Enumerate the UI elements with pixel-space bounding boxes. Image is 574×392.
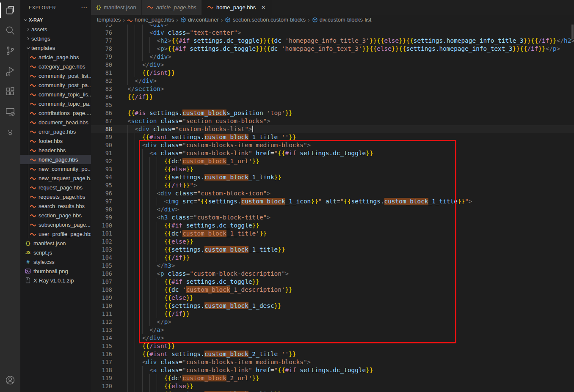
code-line[interactable]: 92 {{dc'custom_block_1_url'}} [91,157,574,165]
line-number[interactable]: 79 [91,53,112,61]
code-line[interactable]: 79 </div> [91,53,574,61]
code-line[interactable]: 118 <a class="custom-block-link" href="{… [91,366,574,374]
breadcrumb-item-section.section.custom-blocks[interactable]: section.section.custom-blocks [225,16,306,23]
line-number[interactable]: 91 [91,149,112,157]
code-line[interactable]: 101 {{dc'custom_block_1_title'}} [91,230,574,238]
sidebar-item-community-topic-pa...[interactable]: community_topic_pa... [20,99,91,108]
code-line[interactable]: 84{{/if}} [91,93,574,101]
code-line[interactable]: 89 {{#isnt settings.custom_block_1_title… [91,133,574,141]
code-line[interactable]: 78 <p>{{#if settings.dc_toggle}}{{dc 'ho… [91,45,574,53]
sidebar-item-article-page.hbs[interactable]: article_page.hbs [20,52,91,62]
search-icon[interactable] [0,20,20,41]
code-line[interactable]: 99 <h3 class="custom-block-title"> [91,214,574,222]
extensions-icon[interactable] [0,81,20,101]
line-number[interactable]: 76 [91,29,112,37]
code-line[interactable]: 75 <div> [91,25,574,29]
line-number[interactable]: 103 [91,246,112,254]
line-number[interactable]: 78 [91,45,112,53]
code-line[interactable]: 100 {{#if settings.dc_toggle}} [91,222,574,230]
more-actions-icon[interactable]: ⋯ [81,4,88,11]
code-line[interactable]: 80 </div> [91,61,574,69]
code-line[interactable]: 96 <div class="custom-block-icon"> [91,189,574,197]
line-number[interactable]: 92 [91,157,112,165]
code-line[interactable]: 112 </p> [91,318,574,326]
code-line[interactable]: 98 </div> [91,206,574,214]
line-number[interactable]: 90 [91,141,112,149]
code-line[interactable]: 120 {{else}} [91,382,574,390]
line-number[interactable]: 120 [91,382,112,390]
code-line[interactable]: 93 {{else}} [91,165,574,173]
editor-scrollbar[interactable] [571,25,574,39]
line-number[interactable]: 112 [91,318,112,326]
breadcrumb-item-templates[interactable]: templates [97,16,121,23]
sidebar-item-request-page.hbs[interactable]: request_page.hbs [20,183,91,192]
sidebar-item-contributions-page....[interactable]: contributions_page.... [20,108,91,118]
code-editor[interactable]: 75 <div>76 <div class="text-center">77 <… [91,25,574,392]
remote-explorer-icon[interactable] [0,101,20,122]
code-line[interactable]: 87<section class="section custom-blocks"… [91,117,574,125]
code-line[interactable]: 108 {{dc 'custom_block_1_description'}} [91,286,574,294]
code-line[interactable]: 95 {{/if}}"> [91,181,574,189]
code-line[interactable]: 105 </h3> [91,262,574,270]
line-number[interactable]: 117 [91,358,112,366]
code-line[interactable]: 107 {{#if settings.dc_toggle}} [91,278,574,286]
line-number[interactable]: 100 [91,222,112,230]
line-number[interactable]: 88 [91,125,112,133]
sidebar-item-thumbnail.png[interactable]: thumbnail.png [20,266,91,276]
line-number[interactable]: 83 [91,85,112,93]
sidebar-item-templates[interactable]: templates [20,43,91,52]
line-number[interactable]: 89 [91,133,112,141]
sidebar-item-category-page.hbs[interactable]: category_page.hbs [20,62,91,71]
line-number[interactable]: 96 [91,189,112,197]
code-line[interactable]: 97 <img src="{{settings.custom_block_1_i… [91,197,574,206]
sidebar-item-x-ray-v1.0.1.zip[interactable]: X-Ray v1.0.1.zip [20,276,91,285]
line-number[interactable]: 101 [91,230,112,238]
line-number[interactable]: 102 [91,238,112,246]
sidebar-item-header.hbs[interactable]: header.hbs [20,145,91,155]
sidebar-item-community-topic-lis...[interactable]: community_topic_lis... [20,90,91,99]
code-line[interactable]: 77 <h2>{{#if settings.dc_toggle}}{{dc 'h… [91,37,574,45]
code-line[interactable]: 119 {{dc'custom_block_2_url'}} [91,374,574,382]
line-number[interactable]: 110 [91,302,112,310]
line-number[interactable]: 75 [91,25,112,29]
tab-article_page.hbs[interactable]: article_page.hbs [142,0,202,15]
close-icon[interactable]: ✕ [260,4,267,11]
code-line[interactable]: 81 {{/isnt}} [91,69,574,77]
line-number[interactable]: 86 [91,109,112,117]
sidebar-item-search-results.hbs[interactable]: search_results.hbs [20,201,91,211]
line-number[interactable]: 114 [91,334,112,342]
sidebar-item-error-page.hbs[interactable]: error_page.hbs [20,127,91,136]
line-number[interactable]: 77 [91,37,112,45]
code-line[interactable]: 86{{#is settings.custom_blocks_position … [91,109,574,117]
code-line[interactable]: 82 </div> [91,77,574,85]
sidebar-item-footer.hbs[interactable]: footer.hbs [20,136,91,145]
sidebar-item-new-request-page.h...[interactable]: new_request_page.h... [20,173,91,183]
code-line[interactable]: 76 <div class="text-center"> [91,29,574,37]
explorer-icon[interactable] [0,0,20,20]
code-line[interactable]: 121 {{settings.custom_block_2_link}} [91,390,574,392]
line-number[interactable]: 85 [91,101,112,109]
code-line[interactable]: 94 {{settings.custom_block_1_link}} [91,173,574,181]
code-line[interactable]: 116 {{#isnt settings.custom_block_2_titl… [91,350,574,358]
sidebar-item-script.js[interactable]: JSscript.js [20,248,91,257]
line-number[interactable]: 81 [91,69,112,77]
code-line[interactable]: 91 <a class="custom-block-link" href="{{… [91,149,574,157]
sidebar-item-subscriptions-page....[interactable]: subscriptions_page.... [20,220,91,229]
line-number[interactable]: 119 [91,374,112,382]
code-line[interactable]: 104 {{/if}} [91,254,574,262]
code-line[interactable]: 113 </a> [91,326,574,334]
line-number[interactable]: 87 [91,117,112,125]
line-number[interactable]: 95 [91,181,112,189]
run-and-debug-icon[interactable] [0,61,20,81]
line-number[interactable]: 94 [91,173,112,181]
source-control-icon[interactable] [0,41,20,61]
line-number[interactable]: 116 [91,350,112,358]
line-number[interactable]: 118 [91,366,112,374]
sidebar-item-community-post-pa...[interactable]: community_post_pa... [20,80,91,90]
workspace-section-xray[interactable]: X-RAY [20,15,91,25]
code-line[interactable]: 110 {{settings.custom_block_1_desc}} [91,302,574,310]
sidebar-item-assets[interactable]: assets [20,25,91,34]
tab-home_page.hbs[interactable]: home_page.hbs✕ [202,0,272,15]
code-line[interactable]: 115 {{/isnt}} [91,342,574,350]
code-line[interactable]: 111 {{/if}} [91,310,574,318]
